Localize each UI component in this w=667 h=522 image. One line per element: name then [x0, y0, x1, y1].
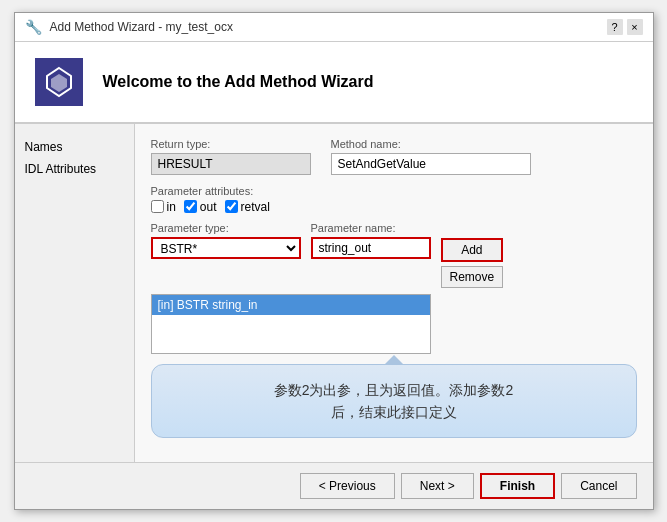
- param-attrs-label: Parameter attributes:: [151, 185, 637, 197]
- checkbox-out-label: out: [200, 200, 217, 214]
- param-type-col: Parameter type: BSTR* BSTR int long doub…: [151, 222, 301, 259]
- checkbox-retval[interactable]: [225, 200, 238, 213]
- next-button[interactable]: Next >: [401, 473, 474, 499]
- title-bar: 🔧 Add Method Wizard - my_test_ocx ? ×: [15, 13, 653, 42]
- return-type-group: Return type:: [151, 138, 311, 175]
- return-type-label: Return type:: [151, 138, 311, 150]
- return-type-input[interactable]: [151, 153, 311, 175]
- wizard-logo: [35, 58, 83, 106]
- param-buttons: Add Remove: [441, 238, 504, 288]
- param-name-label: Parameter name:: [311, 222, 431, 234]
- main-panel: Return type: Method name: Parameter attr…: [135, 124, 653, 463]
- checkboxes-row: in out retval: [151, 200, 637, 214]
- param-type-label: Parameter type:: [151, 222, 301, 234]
- remove-button[interactable]: Remove: [441, 266, 504, 288]
- method-name-group: Method name:: [331, 138, 531, 175]
- svg-marker-1: [51, 74, 67, 92]
- param-name-col: Parameter name:: [311, 222, 431, 259]
- close-button[interactable]: ×: [627, 19, 643, 35]
- sidebar-item-names[interactable]: Names: [25, 140, 124, 154]
- checkbox-in-label: in: [167, 200, 176, 214]
- param-type-select[interactable]: BSTR* BSTR int long double: [151, 237, 301, 259]
- content-area: Names IDL Attributes Return type: Method…: [15, 124, 653, 463]
- return-method-row: Return type: Method name:: [151, 138, 637, 175]
- help-button[interactable]: ?: [607, 19, 623, 35]
- footer: < Previous Next > Finish Cancel: [15, 462, 653, 509]
- checkbox-retval-label: retval: [241, 200, 270, 214]
- checkbox-out-item: out: [184, 200, 217, 214]
- header-section: Welcome to the Add Method Wizard: [15, 42, 653, 124]
- finish-button[interactable]: Finish: [480, 473, 555, 499]
- dialog-window: 🔧 Add Method Wizard - my_test_ocx ? × We…: [14, 12, 654, 511]
- add-button[interactable]: Add: [441, 238, 504, 262]
- param-list-item[interactable]: [in] BSTR string_in: [152, 295, 430, 315]
- sidebar-item-idl[interactable]: IDL Attributes: [25, 162, 124, 176]
- method-name-input[interactable]: [331, 153, 531, 175]
- method-name-label: Method name:: [331, 138, 531, 150]
- param-name-input[interactable]: [311, 237, 431, 259]
- logo-icon: [41, 64, 77, 100]
- sidebar: Names IDL Attributes: [15, 124, 135, 463]
- title-bar-icons: ? ×: [607, 19, 643, 35]
- checkbox-in[interactable]: [151, 200, 164, 213]
- title-bar-left: 🔧 Add Method Wizard - my_test_ocx: [25, 19, 233, 35]
- previous-button[interactable]: < Previous: [300, 473, 395, 499]
- param-section-row: Parameter type: BSTR* BSTR int long doub…: [151, 222, 637, 288]
- checkbox-in-item: in: [151, 200, 176, 214]
- param-list-container: [in] BSTR string_in: [151, 294, 637, 354]
- dialog-title: Add Method Wizard - my_test_ocx: [50, 20, 233, 34]
- wizard-title: Welcome to the Add Method Wizard: [103, 73, 374, 91]
- checkbox-out[interactable]: [184, 200, 197, 213]
- tooltip-bubble: 参数2为出参，且为返回值。添加参数2后，结束此接口定义: [151, 364, 637, 439]
- checkbox-retval-item: retval: [225, 200, 270, 214]
- param-attrs-row: Parameter attributes: in out retval: [151, 185, 637, 214]
- dialog-icon: 🔧: [25, 19, 42, 35]
- tooltip-text: 参数2为出参，且为返回值。添加参数2后，结束此接口定义: [274, 382, 514, 420]
- param-list-box[interactable]: [in] BSTR string_in: [151, 294, 431, 354]
- cancel-button[interactable]: Cancel: [561, 473, 636, 499]
